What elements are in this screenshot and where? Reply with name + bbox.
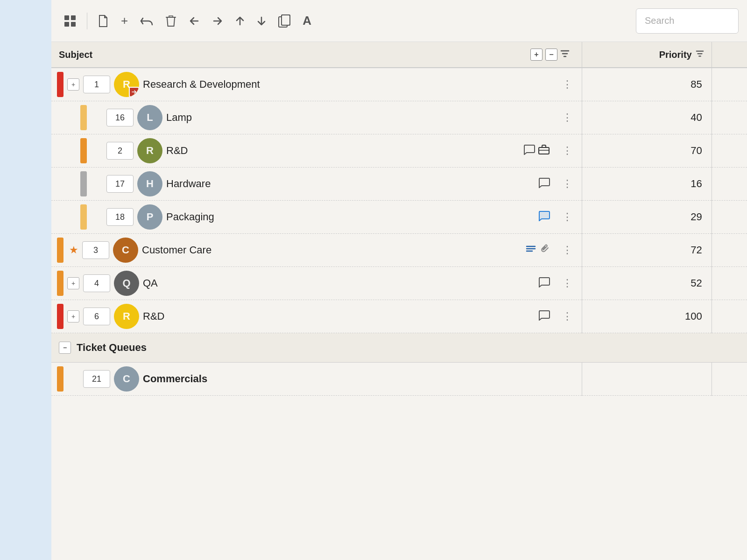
avatar: P [137, 204, 162, 230]
row-icons [538, 177, 555, 191]
plus-icon[interactable]: + [117, 11, 132, 31]
row-icons [525, 243, 555, 258]
priority-value: 72 [691, 244, 702, 256]
subject-text: Customer Care [142, 244, 521, 256]
more-options-icon[interactable]: ⋮ [558, 178, 576, 190]
priority-filter-icon[interactable] [696, 49, 704, 60]
table-container: Subject + − Priority [51, 42, 747, 560]
row-number: 1 [83, 76, 110, 93]
avatar: C [114, 366, 139, 392]
subject-cell: +4 QQA ⋮ [51, 267, 582, 300]
section-header-row: − Ticket Queues [51, 333, 747, 363]
arrow-left-icon[interactable] [185, 14, 204, 28]
row-icons [538, 276, 555, 290]
row-number: 21 [83, 370, 110, 388]
table-row: ★3 CCustomer Care ⋮ 72 [51, 234, 747, 267]
main-table: Subject + − Priority [51, 42, 747, 396]
table-row: +4 QQA ⋮ 52 [51, 267, 747, 300]
avatar: L [137, 105, 162, 130]
trash-icon[interactable] [162, 12, 180, 30]
priority-cell: 40 [582, 101, 712, 134]
grid-icon[interactable] [60, 12, 80, 30]
table-row: +6 RR&D ⋮ 100 [51, 300, 747, 333]
collapse-col-btn[interactable]: − [545, 49, 557, 61]
svg-rect-6 [282, 15, 290, 25]
row-number: 3 [82, 241, 109, 259]
more-options-icon[interactable]: ⋮ [558, 112, 576, 124]
extra-cell [712, 68, 747, 101]
subject-text: R&D [166, 145, 519, 157]
font-icon[interactable]: A [299, 11, 315, 31]
extra-column-header [712, 42, 747, 68]
subject-text: Hardware [166, 178, 534, 190]
filter-icon[interactable] [560, 49, 570, 61]
more-options-icon[interactable]: ⋮ [558, 244, 576, 256]
priority-value: 70 [691, 145, 702, 156]
arrow-up-icon[interactable] [232, 13, 248, 29]
file-icon[interactable] [94, 12, 113, 30]
svg-rect-3 [71, 22, 76, 27]
priority-cell [582, 363, 712, 396]
arrow-down-icon[interactable] [253, 13, 270, 29]
chat-icon [538, 309, 550, 323]
chat-blue-icon [538, 210, 550, 224]
priority-value: 85 [691, 78, 702, 90]
more-options-icon[interactable]: ⋮ [558, 277, 576, 289]
subject-cell: 17 HHardware ⋮ [51, 168, 582, 201]
row-number: 17 [106, 175, 134, 193]
row-number: 18 [106, 208, 134, 226]
priority-bar [57, 72, 63, 97]
subject-text: Lamp [166, 112, 359, 124]
svg-rect-8 [539, 147, 549, 154]
expand-button[interactable]: + [67, 277, 79, 289]
extra-cell [712, 134, 747, 168]
row-number: 6 [83, 308, 110, 325]
row-number: 4 [83, 274, 110, 292]
subject-text: Commercials [143, 373, 576, 385]
priority-label: Priority [659, 49, 692, 60]
svg-rect-4 [166, 17, 176, 18]
priority-value: 16 [691, 178, 702, 189]
svg-rect-2 [64, 22, 69, 27]
more-options-icon[interactable]: ⋮ [558, 78, 576, 91]
star-icon: ★ [69, 244, 78, 256]
table-row: 2 RR&D ⋮ 70 [51, 134, 747, 168]
section-label: Ticket Queues [77, 342, 147, 354]
priority-cell: 70 [582, 134, 712, 168]
subject-cell: ★3 CCustomer Care ⋮ [51, 234, 582, 267]
search-placeholder: Search [645, 15, 674, 26]
more-options-icon[interactable]: ⋮ [558, 310, 576, 322]
main-content: + [51, 0, 747, 560]
row-number: 2 [106, 142, 134, 160]
subject-column-header: Subject + − [51, 42, 582, 68]
extra-cell [712, 201, 747, 234]
section-collapse-btn[interactable]: − [59, 342, 71, 354]
expand-button[interactable]: + [67, 78, 79, 91]
more-options-icon[interactable]: ⋮ [558, 145, 576, 157]
reply-icon[interactable] [136, 13, 157, 29]
more-options-icon[interactable]: ⋮ [558, 211, 576, 223]
priority-bar [80, 105, 87, 130]
subject-cell: 18 PPackaging ⋮ [51, 201, 582, 234]
priority-bar [80, 138, 87, 163]
priority-value: 40 [691, 112, 702, 123]
priority-cell: 100 [582, 300, 712, 333]
expand-button[interactable]: + [67, 310, 79, 322]
subject-text: R&D [143, 310, 534, 322]
paperclip-icon [540, 243, 550, 258]
table-row: 21 C Commercials [51, 363, 747, 396]
row-icons [538, 210, 555, 224]
priority-bar [57, 366, 63, 392]
chat-icon [538, 177, 550, 191]
avatar: C [113, 238, 138, 263]
priority-cell: 29 [582, 201, 712, 234]
expand-col-btn[interactable]: + [530, 49, 543, 61]
arrow-right-icon[interactable] [208, 14, 227, 28]
copy-icon[interactable] [275, 12, 294, 30]
subject-text: Research & Development [143, 78, 347, 91]
search-box[interactable]: Search [636, 8, 739, 34]
extra-cell [712, 101, 747, 134]
extra-cell [712, 234, 747, 267]
briefcase-icon [538, 144, 550, 158]
left-sidebar [0, 0, 51, 560]
